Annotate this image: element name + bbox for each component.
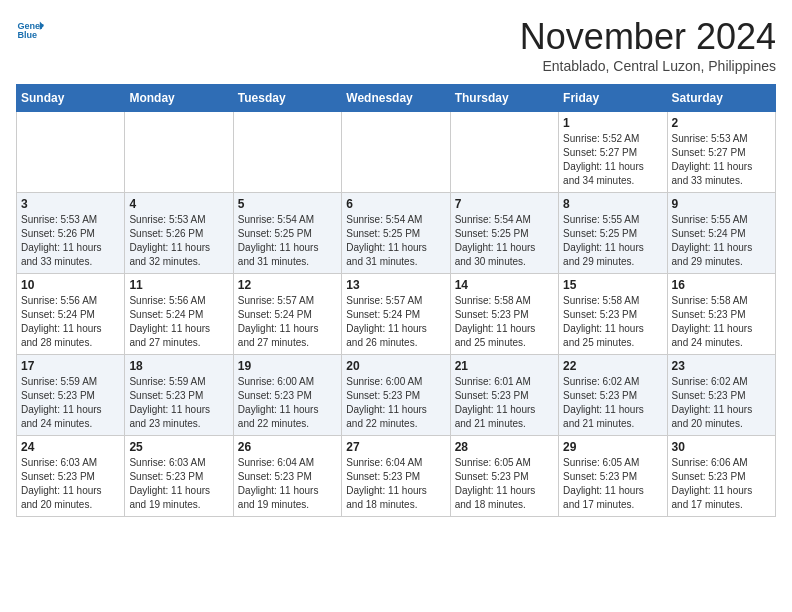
calendar-cell: 13Sunrise: 5:57 AM Sunset: 5:24 PM Dayli… <box>342 274 450 355</box>
day-info: Sunrise: 5:54 AM Sunset: 5:25 PM Dayligh… <box>346 213 445 269</box>
day-info: Sunrise: 6:00 AM Sunset: 5:23 PM Dayligh… <box>238 375 337 431</box>
day-number: 26 <box>238 440 337 454</box>
calendar-cell: 27Sunrise: 6:04 AM Sunset: 5:23 PM Dayli… <box>342 436 450 517</box>
day-number: 27 <box>346 440 445 454</box>
day-number: 28 <box>455 440 554 454</box>
day-info: Sunrise: 5:59 AM Sunset: 5:23 PM Dayligh… <box>21 375 120 431</box>
calendar-cell <box>342 112 450 193</box>
day-info: Sunrise: 5:53 AM Sunset: 5:26 PM Dayligh… <box>129 213 228 269</box>
page-header: General Blue November 2024 Entablado, Ce… <box>16 16 776 74</box>
calendar-cell <box>233 112 341 193</box>
svg-text:Blue: Blue <box>17 30 37 40</box>
day-info: Sunrise: 6:03 AM Sunset: 5:23 PM Dayligh… <box>21 456 120 512</box>
calendar-cell: 24Sunrise: 6:03 AM Sunset: 5:23 PM Dayli… <box>17 436 125 517</box>
calendar-cell: 11Sunrise: 5:56 AM Sunset: 5:24 PM Dayli… <box>125 274 233 355</box>
weekday-header-row: SundayMondayTuesdayWednesdayThursdayFrid… <box>17 85 776 112</box>
day-number: 13 <box>346 278 445 292</box>
calendar-week-2: 3Sunrise: 5:53 AM Sunset: 5:26 PM Daylig… <box>17 193 776 274</box>
calendar-cell <box>125 112 233 193</box>
calendar-cell: 8Sunrise: 5:55 AM Sunset: 5:25 PM Daylig… <box>559 193 667 274</box>
day-number: 24 <box>21 440 120 454</box>
weekday-header-monday: Monday <box>125 85 233 112</box>
day-info: Sunrise: 5:58 AM Sunset: 5:23 PM Dayligh… <box>563 294 662 350</box>
day-number: 21 <box>455 359 554 373</box>
calendar-cell: 30Sunrise: 6:06 AM Sunset: 5:23 PM Dayli… <box>667 436 775 517</box>
day-number: 10 <box>21 278 120 292</box>
day-number: 4 <box>129 197 228 211</box>
calendar-cell: 2Sunrise: 5:53 AM Sunset: 5:27 PM Daylig… <box>667 112 775 193</box>
day-info: Sunrise: 6:02 AM Sunset: 5:23 PM Dayligh… <box>672 375 771 431</box>
day-number: 18 <box>129 359 228 373</box>
weekday-header-tuesday: Tuesday <box>233 85 341 112</box>
day-info: Sunrise: 5:58 AM Sunset: 5:23 PM Dayligh… <box>672 294 771 350</box>
day-info: Sunrise: 5:56 AM Sunset: 5:24 PM Dayligh… <box>129 294 228 350</box>
calendar-cell <box>450 112 558 193</box>
day-number: 2 <box>672 116 771 130</box>
calendar-cell: 23Sunrise: 6:02 AM Sunset: 5:23 PM Dayli… <box>667 355 775 436</box>
day-info: Sunrise: 6:04 AM Sunset: 5:23 PM Dayligh… <box>238 456 337 512</box>
calendar-week-1: 1Sunrise: 5:52 AM Sunset: 5:27 PM Daylig… <box>17 112 776 193</box>
day-info: Sunrise: 5:52 AM Sunset: 5:27 PM Dayligh… <box>563 132 662 188</box>
day-number: 20 <box>346 359 445 373</box>
day-info: Sunrise: 6:05 AM Sunset: 5:23 PM Dayligh… <box>563 456 662 512</box>
day-number: 23 <box>672 359 771 373</box>
day-number: 30 <box>672 440 771 454</box>
day-number: 25 <box>129 440 228 454</box>
calendar-cell: 10Sunrise: 5:56 AM Sunset: 5:24 PM Dayli… <box>17 274 125 355</box>
day-info: Sunrise: 6:02 AM Sunset: 5:23 PM Dayligh… <box>563 375 662 431</box>
day-number: 5 <box>238 197 337 211</box>
calendar-cell: 17Sunrise: 5:59 AM Sunset: 5:23 PM Dayli… <box>17 355 125 436</box>
day-number: 16 <box>672 278 771 292</box>
logo: General Blue <box>16 16 44 44</box>
day-info: Sunrise: 5:54 AM Sunset: 5:25 PM Dayligh… <box>238 213 337 269</box>
calendar-cell: 7Sunrise: 5:54 AM Sunset: 5:25 PM Daylig… <box>450 193 558 274</box>
day-info: Sunrise: 5:53 AM Sunset: 5:27 PM Dayligh… <box>672 132 771 188</box>
location-subtitle: Entablado, Central Luzon, Philippines <box>520 58 776 74</box>
day-number: 8 <box>563 197 662 211</box>
calendar-cell: 16Sunrise: 5:58 AM Sunset: 5:23 PM Dayli… <box>667 274 775 355</box>
day-number: 22 <box>563 359 662 373</box>
day-info: Sunrise: 6:05 AM Sunset: 5:23 PM Dayligh… <box>455 456 554 512</box>
weekday-header-sunday: Sunday <box>17 85 125 112</box>
calendar-week-5: 24Sunrise: 6:03 AM Sunset: 5:23 PM Dayli… <box>17 436 776 517</box>
title-block: November 2024 Entablado, Central Luzon, … <box>520 16 776 74</box>
calendar-cell: 21Sunrise: 6:01 AM Sunset: 5:23 PM Dayli… <box>450 355 558 436</box>
day-info: Sunrise: 6:00 AM Sunset: 5:23 PM Dayligh… <box>346 375 445 431</box>
day-number: 19 <box>238 359 337 373</box>
calendar-cell: 29Sunrise: 6:05 AM Sunset: 5:23 PM Dayli… <box>559 436 667 517</box>
day-info: Sunrise: 6:03 AM Sunset: 5:23 PM Dayligh… <box>129 456 228 512</box>
day-info: Sunrise: 5:57 AM Sunset: 5:24 PM Dayligh… <box>238 294 337 350</box>
day-info: Sunrise: 5:59 AM Sunset: 5:23 PM Dayligh… <box>129 375 228 431</box>
calendar-cell: 19Sunrise: 6:00 AM Sunset: 5:23 PM Dayli… <box>233 355 341 436</box>
calendar-table: SundayMondayTuesdayWednesdayThursdayFrid… <box>16 84 776 517</box>
day-info: Sunrise: 5:57 AM Sunset: 5:24 PM Dayligh… <box>346 294 445 350</box>
day-info: Sunrise: 6:01 AM Sunset: 5:23 PM Dayligh… <box>455 375 554 431</box>
day-number: 6 <box>346 197 445 211</box>
logo-icon: General Blue <box>16 16 44 44</box>
day-info: Sunrise: 6:06 AM Sunset: 5:23 PM Dayligh… <box>672 456 771 512</box>
day-number: 9 <box>672 197 771 211</box>
weekday-header-saturday: Saturday <box>667 85 775 112</box>
day-number: 7 <box>455 197 554 211</box>
calendar-week-3: 10Sunrise: 5:56 AM Sunset: 5:24 PM Dayli… <box>17 274 776 355</box>
calendar-cell: 15Sunrise: 5:58 AM Sunset: 5:23 PM Dayli… <box>559 274 667 355</box>
month-title: November 2024 <box>520 16 776 58</box>
day-info: Sunrise: 5:53 AM Sunset: 5:26 PM Dayligh… <box>21 213 120 269</box>
calendar-cell: 4Sunrise: 5:53 AM Sunset: 5:26 PM Daylig… <box>125 193 233 274</box>
calendar-cell: 25Sunrise: 6:03 AM Sunset: 5:23 PM Dayli… <box>125 436 233 517</box>
weekday-header-friday: Friday <box>559 85 667 112</box>
calendar-cell: 22Sunrise: 6:02 AM Sunset: 5:23 PM Dayli… <box>559 355 667 436</box>
calendar-cell: 5Sunrise: 5:54 AM Sunset: 5:25 PM Daylig… <box>233 193 341 274</box>
calendar-cell: 18Sunrise: 5:59 AM Sunset: 5:23 PM Dayli… <box>125 355 233 436</box>
calendar-cell: 9Sunrise: 5:55 AM Sunset: 5:24 PM Daylig… <box>667 193 775 274</box>
calendar-cell: 6Sunrise: 5:54 AM Sunset: 5:25 PM Daylig… <box>342 193 450 274</box>
day-info: Sunrise: 5:55 AM Sunset: 5:25 PM Dayligh… <box>563 213 662 269</box>
day-number: 14 <box>455 278 554 292</box>
day-number: 17 <box>21 359 120 373</box>
calendar-cell: 28Sunrise: 6:05 AM Sunset: 5:23 PM Dayli… <box>450 436 558 517</box>
calendar-cell: 14Sunrise: 5:58 AM Sunset: 5:23 PM Dayli… <box>450 274 558 355</box>
day-number: 12 <box>238 278 337 292</box>
calendar-cell: 1Sunrise: 5:52 AM Sunset: 5:27 PM Daylig… <box>559 112 667 193</box>
day-info: Sunrise: 6:04 AM Sunset: 5:23 PM Dayligh… <box>346 456 445 512</box>
day-info: Sunrise: 5:58 AM Sunset: 5:23 PM Dayligh… <box>455 294 554 350</box>
